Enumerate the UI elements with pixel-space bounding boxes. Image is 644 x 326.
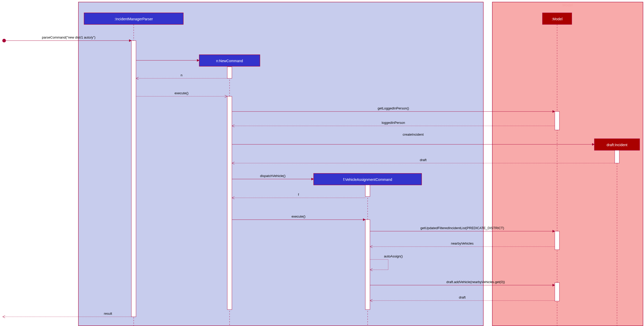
svg-text::IncidentManagerParser: :IncidentManagerParser bbox=[114, 17, 153, 21]
svg-text:n:NewCommand: n:NewCommand bbox=[216, 59, 243, 63]
label-parsecommand: parseCommand("new dist/1 auto/y") bbox=[42, 35, 95, 39]
label-addvehicle: draft.addVehicle(nearbyVehicles.get(0)) bbox=[446, 280, 505, 284]
frame-logic: Logic bbox=[78, 2, 483, 326]
label-result: result bbox=[104, 312, 112, 315]
label-n: n bbox=[180, 73, 182, 77]
label-f: f bbox=[298, 193, 299, 197]
label-dispatchvehicle: dispatchVehicle() bbox=[260, 174, 286, 178]
frame-model: Model bbox=[492, 2, 643, 326]
label-execute-1: execute() bbox=[175, 91, 188, 95]
activation-newcmd-execute bbox=[227, 96, 232, 310]
found-message-dot bbox=[2, 39, 6, 42]
activation-model-1 bbox=[555, 111, 559, 130]
sequence-diagram: Logic Model :IncidentManagerParser n:New… bbox=[0, 0, 644, 326]
svg-rect-1 bbox=[492, 2, 643, 326]
participant-incident: draft:Incident bbox=[594, 139, 640, 150]
label-loggedin: loggedInPerson bbox=[382, 121, 405, 125]
svg-text:f:VehicleAssignmentCommand: f:VehicleAssignmentCommand bbox=[343, 178, 392, 182]
label-nearby: nearbyVehicles bbox=[451, 241, 474, 245]
activation-vac-execute bbox=[365, 220, 370, 310]
svg-text::Model: :Model bbox=[552, 17, 563, 21]
svg-text:draft:Incident: draft:Incident bbox=[607, 143, 628, 147]
activation-model-3 bbox=[555, 283, 559, 301]
frame-model-title: Model bbox=[563, 3, 573, 7]
label-execute-2: execute() bbox=[292, 215, 305, 218]
label-draft-2: draft bbox=[459, 295, 466, 299]
svg-rect-0 bbox=[78, 2, 483, 326]
label-getloggedin: getLoggedInPerson() bbox=[378, 106, 409, 110]
activation-model-2 bbox=[555, 231, 559, 250]
participant-vac: f:VehicleAssignmentCommand bbox=[314, 173, 422, 185]
activation-incident-1 bbox=[615, 150, 619, 163]
activation-newcmd-create bbox=[227, 67, 232, 78]
label-autoassign: autoAssign() bbox=[384, 254, 403, 258]
participant-newcmd: n:NewCommand bbox=[199, 55, 260, 66]
label-draft: draft bbox=[420, 158, 427, 162]
activation-vac-create bbox=[365, 185, 370, 197]
frame-logic-title: Logic bbox=[276, 3, 286, 7]
participant-model: :Model bbox=[542, 13, 572, 24]
participant-parser: :IncidentManagerParser bbox=[84, 13, 183, 24]
label-createincident: createIncident bbox=[403, 133, 424, 136]
label-getfiltered: getUpdatedFilteredIncidentList(PREDICATE… bbox=[420, 226, 504, 230]
activation-parser bbox=[131, 41, 136, 317]
